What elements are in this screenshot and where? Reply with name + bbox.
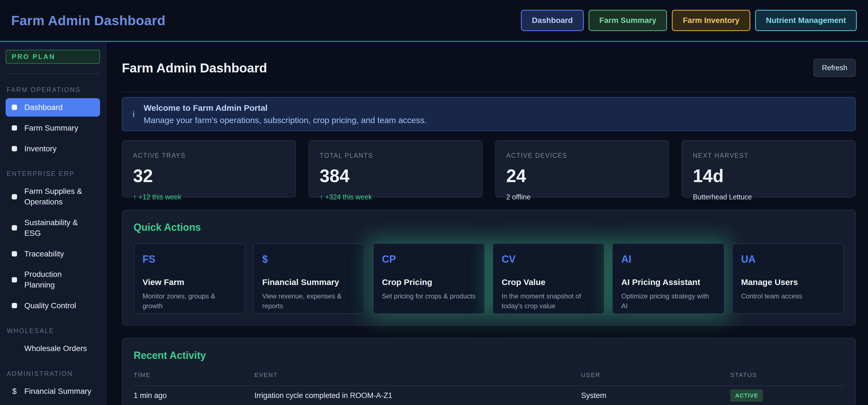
- sidebar-item-dashboard[interactable]: Dashboard: [6, 98, 100, 117]
- sidebar-item-quality-control[interactable]: Quality Control: [6, 296, 100, 315]
- quick-action-crop-value[interactable]: CV Crop Value In the moment snapshot of …: [493, 243, 604, 314]
- square-icon: [12, 194, 17, 199]
- quick-action-title: AI Pricing Assistant: [621, 278, 715, 287]
- stat-label: ACTIVE TRAYS: [133, 152, 285, 160]
- sidebar-section-administration: ADMINISTRATION: [7, 370, 100, 378]
- sidebar-item-label: Inventory: [24, 143, 57, 154]
- quick-action-title: Manage Users: [741, 278, 835, 287]
- nav-dashboard-button[interactable]: Dashboard: [521, 10, 584, 31]
- sidebar-item-payment-methods[interactable]: Payment Methods: [6, 403, 100, 405]
- quick-action-crop-pricing[interactable]: CP Crop Pricing Set pricing for crops & …: [373, 243, 485, 314]
- quick-action-title: View Farm: [143, 278, 237, 287]
- nav-farm-summary-button[interactable]: Farm Summary: [589, 10, 668, 31]
- stat-trend: ↑ +12 this week: [133, 193, 285, 201]
- square-icon: [12, 146, 17, 151]
- quick-action-manage-users[interactable]: UA Manage Users Control team access: [732, 243, 844, 314]
- banner-text: Welcome to Farm Admin Portal Manage your…: [144, 103, 427, 125]
- top-header: Farm Admin Dashboard Dashboard Farm Summ…: [0, 0, 868, 42]
- plan-badge: PRO PLAN: [6, 50, 100, 64]
- square-icon: [12, 303, 17, 308]
- recent-activity-panel: Recent Activity TIME EVENT USER STATUS: [122, 338, 856, 405]
- quick-action-description: Control team access: [741, 291, 835, 301]
- sidebar-item-financial-summary[interactable]: $ Financial Summary: [6, 382, 100, 401]
- sidebar-item-farm-supplies-operations[interactable]: Farm Supplies & Operations: [6, 182, 100, 211]
- recent-activity-title: Recent Activity: [133, 350, 844, 361]
- status-badge: ACTIVE: [730, 389, 763, 402]
- quick-action-description: View revenue, expenses & reports: [262, 291, 356, 311]
- sidebar-divider: [6, 73, 100, 74]
- stat-trend: ↑ +324 this week: [320, 193, 471, 201]
- quick-actions-title: Quick Actions: [133, 222, 844, 233]
- farm-admin-app: Farm Admin Dashboard Dashboard Farm Summ…: [0, 0, 868, 405]
- stat-label: TOTAL PLANTS: [320, 152, 471, 160]
- nav-farm-inventory-button[interactable]: Farm Inventory: [672, 10, 750, 31]
- quick-action-ai-pricing-assistant[interactable]: AI AI Pricing Assistant Optimize pricing…: [612, 243, 724, 314]
- sidebar-item-production-planning[interactable]: Production Planning: [6, 265, 100, 294]
- main-content: Farm Admin Dashboard Refresh i Welcome t…: [106, 42, 868, 405]
- financial-summary-badge-icon: $: [262, 253, 356, 265]
- quick-action-description: Monitor zones, groups & growth: [143, 291, 237, 311]
- stat-cards: ACTIVE TRAYS 32 ↑ +12 this week TOTAL PL…: [122, 140, 856, 198]
- nav-nutrient-management-button[interactable]: Nutrient Management: [755, 10, 857, 31]
- square-icon: [12, 251, 17, 257]
- quick-action-title: Financial Summary: [262, 278, 356, 287]
- sidebar-item-label: Farm Summary: [24, 123, 78, 134]
- stat-value: 14d: [693, 166, 844, 186]
- manage-users-badge-icon: UA: [741, 253, 835, 265]
- sidebar-item-label: Wholesale Orders: [24, 343, 87, 354]
- view-farm-badge-icon: FS: [143, 253, 237, 265]
- stat-value: 384: [320, 166, 471, 186]
- sidebar-item-label: Traceability: [24, 249, 64, 259]
- square-icon: [12, 225, 17, 230]
- column-header-user: USER: [581, 371, 730, 386]
- quick-action-title: Crop Value: [502, 278, 595, 287]
- column-header-status: STATUS: [730, 371, 844, 386]
- banner-description: Manage your farm's operations, subscript…: [144, 116, 427, 125]
- stat-value: 32: [133, 166, 285, 186]
- quick-action-view-farm[interactable]: FS View Farm Monitor zones, groups & gro…: [133, 243, 245, 314]
- app-title: Farm Admin Dashboard: [11, 13, 165, 28]
- quick-action-financial-summary[interactable]: $ Financial Summary View revenue, expens…: [253, 243, 365, 314]
- sidebar-item-label: Quality Control: [24, 300, 76, 311]
- sidebar-section-enterprise-erp: ENTERPRISE ERP: [7, 170, 100, 178]
- quick-action-description: In the moment snapshot of today's crop v…: [502, 291, 595, 311]
- page-title: Farm Admin Dashboard: [122, 60, 267, 76]
- quick-action-title: Crop Pricing: [382, 278, 476, 287]
- sidebar-item-inventory[interactable]: Inventory: [6, 140, 100, 158]
- table-header-row: TIME EVENT USER STATUS: [133, 371, 844, 386]
- sidebar-item-wholesale-orders[interactable]: Wholesale Orders: [6, 339, 100, 358]
- table-row: 1 min ago Irrigation cycle completed in …: [133, 386, 844, 405]
- stat-card-active-trays: ACTIVE TRAYS 32 ↑ +12 this week: [122, 140, 296, 198]
- square-icon: [12, 105, 17, 110]
- sidebar-item-label: Financial Summary: [24, 386, 91, 397]
- dollar-icon: $: [12, 386, 17, 397]
- refresh-button[interactable]: Refresh: [813, 59, 856, 77]
- square-icon: [12, 125, 17, 131]
- stat-card-total-plants: TOTAL PLANTS 384 ↑ +324 this week: [309, 140, 483, 198]
- sidebar-section-wholesale: WHOLESALE: [7, 327, 100, 335]
- quick-actions-panel: Quick Actions FS View Farm Monitor zones…: [122, 210, 856, 325]
- quick-action-description: Set pricing for crops & products: [382, 291, 476, 301]
- column-header-time: TIME: [133, 371, 254, 386]
- cell-status: ACTIVE: [730, 386, 844, 405]
- stat-note: 2 offline: [506, 193, 658, 201]
- banner-title: Welcome to Farm Admin Portal: [144, 103, 427, 113]
- crop-value-badge-icon: CV: [502, 253, 595, 265]
- crop-pricing-badge-icon: CP: [382, 253, 476, 265]
- square-icon: [12, 277, 17, 283]
- sidebar-item-traceability[interactable]: Traceability: [6, 245, 100, 263]
- page-header: Farm Admin Dashboard Refresh: [122, 59, 856, 77]
- stat-value: 24: [506, 166, 658, 186]
- sidebar-item-sustainability-esg[interactable]: Sustainability & ESG: [6, 213, 100, 242]
- stat-card-next-harvest: NEXT HARVEST 14d Butterhead Lettuce: [682, 140, 856, 198]
- sidebar-item-farm-summary[interactable]: Farm Summary: [6, 119, 100, 137]
- stat-note: Butterhead Lettuce: [693, 193, 844, 201]
- info-icon: i: [131, 109, 136, 119]
- sidebar-item-label: Dashboard: [24, 102, 63, 113]
- body-layout: PRO PLAN FARM OPERATIONS Dashboard Farm …: [0, 42, 868, 405]
- page-divider: [122, 92, 856, 93]
- column-header-event: EVENT: [254, 371, 581, 386]
- sidebar-item-label: Production Planning: [24, 269, 94, 290]
- ai-pricing-badge-icon: AI: [621, 253, 715, 265]
- sidebar-item-label: Farm Supplies & Operations: [24, 186, 94, 207]
